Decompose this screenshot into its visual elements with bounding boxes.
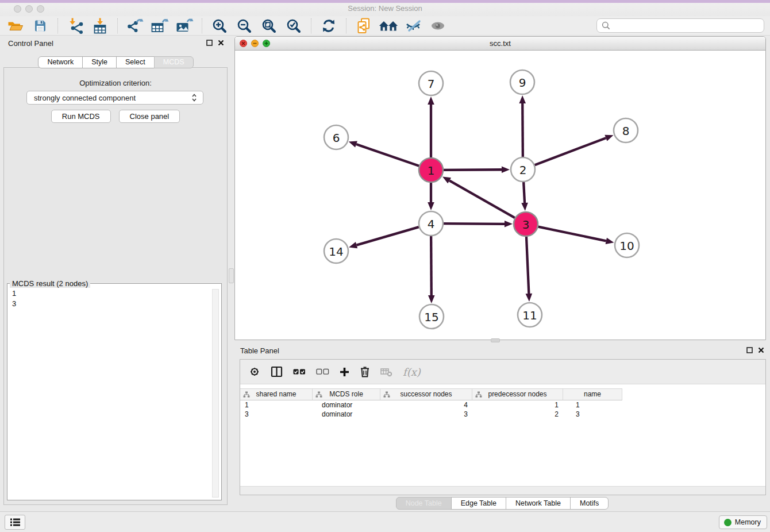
memory-button[interactable]: Memory	[719, 515, 767, 529]
cell-shared-name[interactable]: 1	[240, 400, 313, 410]
export-image-button[interactable]	[175, 17, 194, 34]
graph-node-2[interactable]: 2	[511, 157, 535, 182]
graph-edge-1-7[interactable]	[428, 97, 434, 157]
graph-node-4[interactable]: 4	[419, 211, 443, 236]
zoom-in-icon	[212, 18, 227, 33]
graph-edge-1-6[interactable]	[349, 141, 419, 166]
graph-edge-4-15[interactable]	[428, 236, 435, 303]
graph-node-10[interactable]: 10	[615, 233, 639, 257]
tab-style[interactable]: Style	[82, 56, 117, 68]
tab-node-table[interactable]: Node Table	[396, 497, 452, 510]
zoom-out-icon	[237, 18, 252, 33]
tab-edge-table[interactable]: Edge Table	[451, 497, 506, 510]
vertical-splitter-handle[interactable]	[229, 268, 234, 283]
cell-mcds-role[interactable]: dominator	[313, 400, 380, 410]
tab-motifs[interactable]: Motifs	[570, 497, 609, 510]
graph-node-11[interactable]: 11	[518, 303, 542, 327]
float-panel-icon[interactable]	[746, 347, 753, 353]
graph-node-14[interactable]: 14	[324, 239, 348, 263]
graph-node-15[interactable]: 15	[419, 304, 444, 329]
cell-name[interactable]: 3	[563, 410, 622, 419]
import-table-button[interactable]	[90, 17, 110, 34]
run-mcds-button[interactable]: Run MCDS	[51, 110, 111, 123]
column-header-shared-name[interactable]: shared name	[240, 388, 313, 400]
column-header-name[interactable]: name	[563, 388, 622, 400]
graph-edge-1-2[interactable]	[444, 166, 510, 173]
table-row[interactable]: 1 dominator 4 1 1	[240, 400, 765, 410]
tab-network-table[interactable]: Network Table	[506, 497, 571, 510]
zoom-in-button[interactable]	[210, 17, 229, 34]
close-panel-button[interactable]: Close panel	[119, 110, 180, 123]
toolbar-separator	[202, 18, 202, 33]
horizontal-splitter-handle[interactable]	[491, 338, 500, 342]
graph-node-9[interactable]: 9	[510, 70, 534, 94]
task-history-button[interactable]	[5, 515, 25, 530]
export-network-button[interactable]	[125, 17, 145, 34]
delete-column-icon[interactable]	[380, 367, 392, 377]
tab-select[interactable]: Select	[116, 56, 155, 68]
cell-predecessor-nodes[interactable]: 1	[472, 400, 563, 410]
first-neighbors-button[interactable]	[379, 17, 398, 34]
export-table-button[interactable]	[150, 17, 170, 34]
cell-shared-name[interactable]: 3	[240, 410, 313, 419]
column-header-predecessor-nodes[interactable]: predecessor nodes	[472, 388, 563, 400]
tab-mcds[interactable]: MCDS	[154, 56, 194, 68]
deselect-all-icon[interactable]	[316, 368, 329, 375]
toolbar-separator	[311, 18, 311, 33]
graph-edge-3-10[interactable]	[538, 227, 614, 245]
result-scrollbar[interactable]	[212, 289, 219, 498]
graph-edge-4-14[interactable]	[349, 227, 419, 248]
cell-predecessor-nodes[interactable]: 2	[472, 410, 563, 419]
cell-name[interactable]: 1	[563, 400, 622, 410]
graph-node-3[interactable]: 3	[514, 212, 538, 236]
zoom-selected-button[interactable]	[284, 17, 303, 34]
show-eye-button[interactable]	[428, 17, 448, 34]
graph-node-1[interactable]: 1	[419, 158, 443, 182]
search-input[interactable]	[613, 21, 759, 30]
graph-edge-2-3[interactable]	[521, 182, 528, 211]
network-window-titlebar[interactable]: scc.txt	[235, 37, 765, 51]
table-horizontal-scrollbar[interactable]	[240, 486, 765, 495]
graph-edge-2-9[interactable]	[519, 95, 526, 157]
columns-icon[interactable]	[271, 366, 283, 377]
svg-text:6: 6	[333, 131, 340, 145]
close-panel-icon[interactable]	[218, 40, 224, 46]
search-box[interactable]	[596, 18, 764, 33]
graph-edge-3-1[interactable]	[442, 176, 515, 218]
refresh-view-button[interactable]	[319, 17, 338, 34]
graph-edge-2-8[interactable]	[535, 135, 614, 165]
graph-node-7[interactable]: 7	[419, 71, 443, 95]
import-network-button[interactable]	[66, 17, 85, 34]
cell-successor-nodes[interactable]: 3	[380, 410, 472, 419]
graph-edge-4-3[interactable]	[444, 221, 513, 228]
hide-selected-button[interactable]	[403, 17, 423, 34]
open-session-icon	[7, 19, 24, 33]
network-canvas[interactable]: 7968124314101511	[235, 51, 765, 339]
cell-successor-nodes[interactable]: 4	[380, 400, 472, 410]
function-builder-icon[interactable]: f(x)	[403, 366, 421, 378]
table-row[interactable]: 3 dominator 3 2 3	[240, 410, 765, 419]
zoom-fit-button[interactable]	[259, 17, 279, 34]
open-session-button[interactable]	[6, 17, 25, 34]
column-header-mcds-role[interactable]: MCDS role	[313, 388, 380, 400]
clone-network-button[interactable]	[354, 17, 374, 34]
network-title: scc.txt	[235, 39, 765, 48]
tab-network[interactable]: Network	[38, 56, 83, 68]
zoom-out-button[interactable]	[234, 17, 254, 34]
graph-edge-3-11[interactable]	[526, 237, 533, 302]
column-header-successor-nodes[interactable]: successor nodes	[380, 388, 472, 400]
delete-icon[interactable]	[360, 366, 370, 377]
graph-node-8[interactable]: 8	[614, 118, 638, 142]
select-all-icon[interactable]	[293, 368, 306, 375]
criterion-select[interactable]: strongly connected component	[26, 91, 203, 105]
network-window: scc.txt 7968124314101511	[234, 36, 766, 340]
graph-edge-1-4[interactable]	[428, 183, 434, 210]
gear-icon[interactable]	[249, 366, 260, 377]
graph-node-6[interactable]: 6	[324, 125, 348, 149]
network-graph[interactable]: 7968124314101511	[235, 51, 765, 339]
close-panel-icon[interactable]	[758, 347, 764, 353]
add-icon[interactable]	[340, 367, 349, 377]
save-session-button[interactable]	[30, 17, 50, 34]
cell-mcds-role[interactable]: dominator	[313, 410, 380, 419]
float-panel-icon[interactable]	[206, 40, 213, 46]
